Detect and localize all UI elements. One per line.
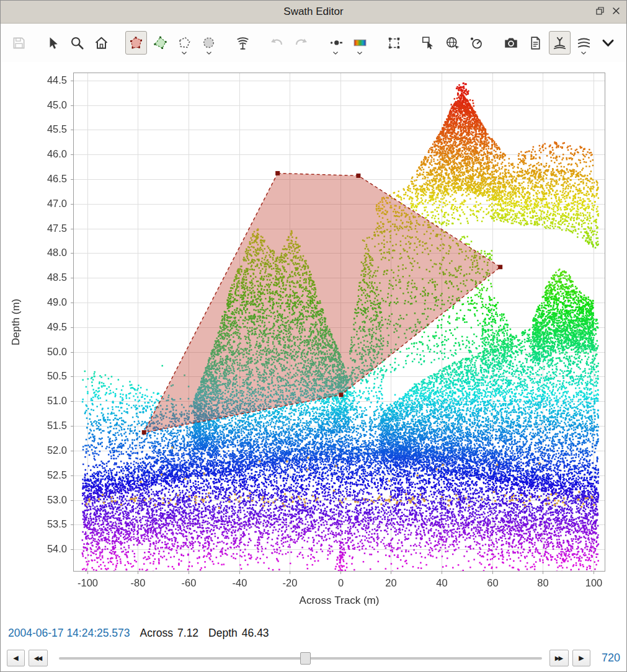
zoom-icon	[69, 35, 85, 51]
toolbar	[1, 24, 626, 62]
across-value: 7.12	[177, 627, 198, 640]
window-title: Swath Editor	[283, 6, 343, 18]
sel-box-icon	[386, 35, 402, 51]
save-icon	[11, 35, 27, 51]
swath-editor-window: Swath Editor 2004-06-17 14:24:25.573 Acr…	[0, 0, 627, 672]
single-swath-view-button[interactable]	[549, 31, 571, 55]
circle-select-tool-button[interactable]	[198, 31, 220, 55]
lasso-polygon-tool-button[interactable]	[174, 31, 195, 55]
undo-icon	[269, 35, 285, 51]
globe-icon	[445, 35, 460, 51]
status-bar: 2004-06-17 14:24:25.573 Across 7.12 Dept…	[1, 621, 626, 645]
timeline-slider-handle[interactable]	[300, 652, 311, 665]
step-forward-button[interactable]: ▶	[572, 650, 590, 666]
pick-point-icon	[420, 35, 436, 51]
dropdown-chevron-icon	[333, 51, 339, 55]
timeline-slider[interactable]	[59, 657, 542, 660]
float-window-button[interactable]	[594, 6, 605, 17]
compass-icon	[469, 35, 484, 51]
home-view-button[interactable]	[91, 31, 112, 55]
title-bar[interactable]: Swath Editor	[1, 1, 626, 24]
beam-icon	[235, 35, 251, 51]
step-back-button[interactable]: ◀	[7, 650, 25, 666]
cursor-timestamp: 2004-06-17 14:24:25.573	[8, 627, 130, 640]
point-size-button[interactable]	[325, 31, 347, 55]
dropdown-chevron-icon	[581, 51, 587, 55]
depth-value: 46.43	[242, 627, 269, 640]
depth-label: Depth	[208, 627, 238, 640]
redo-icon	[293, 35, 309, 51]
dropdown-chevron-icon	[357, 51, 363, 55]
chevron-down-icon	[600, 35, 616, 51]
color-map-button[interactable]	[349, 31, 371, 55]
pointer-tool-button[interactable]	[42, 31, 64, 55]
dropdown-chevron-icon	[206, 51, 211, 55]
snapshot-button[interactable]	[500, 31, 522, 55]
close-icon	[612, 6, 620, 17]
pick-point-tool-button[interactable]	[417, 31, 439, 55]
zoom-tool-button[interactable]	[66, 31, 88, 55]
poly-red-icon	[128, 35, 144, 51]
multi-swath-view-button[interactable]	[573, 31, 595, 55]
selection-box-tool-button[interactable]	[383, 31, 405, 55]
swath-plot-canvas[interactable]	[1, 62, 627, 621]
time-pick-tool-button[interactable]	[466, 31, 487, 55]
accept-polygon-tool-button[interactable]	[149, 31, 171, 55]
ping-counter: 720	[598, 652, 620, 665]
point-size-icon	[328, 35, 344, 51]
swath-profile-icon	[552, 35, 567, 51]
doc-icon	[528, 35, 543, 51]
poly-dotted-icon	[177, 35, 192, 51]
more-options-button[interactable]	[597, 31, 619, 55]
across-label: Across	[140, 627, 173, 640]
multi-swath-icon	[576, 35, 592, 51]
fast-forward-button[interactable]: ▶▶	[549, 650, 569, 666]
cursor-icon	[45, 35, 61, 51]
circle-dotted-icon	[201, 35, 216, 51]
beam-filter-button[interactable]	[232, 31, 254, 55]
camera-icon	[503, 35, 519, 51]
dropdown-chevron-icon	[182, 51, 187, 55]
redo-button[interactable]	[290, 31, 312, 55]
undo-button[interactable]	[266, 31, 288, 55]
profile-info-button[interactable]	[525, 31, 546, 55]
colormap-icon	[352, 35, 368, 51]
home-icon	[94, 35, 109, 51]
close-window-button[interactable]	[610, 6, 621, 17]
float-window-icon	[596, 6, 604, 17]
save-button[interactable]	[8, 31, 30, 55]
reject-polygon-tool-button[interactable]	[125, 31, 147, 55]
playback-bar: ◀ ◀◀ ▶▶ ▶ 720	[1, 645, 626, 671]
plot-area	[1, 62, 626, 621]
poly-green-icon	[153, 35, 168, 51]
geo-pick-tool-button[interactable]	[442, 31, 463, 55]
fast-back-button[interactable]: ◀◀	[29, 650, 48, 666]
